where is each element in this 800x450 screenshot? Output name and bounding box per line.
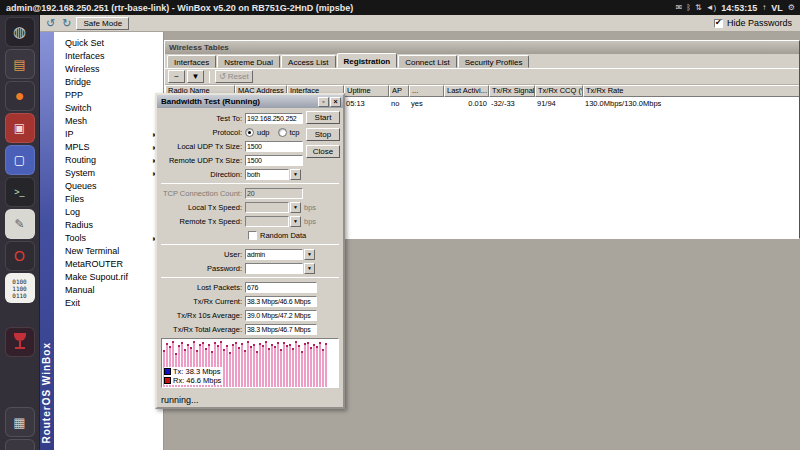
menu-item-files[interactable]: Files [54, 193, 163, 206]
menu-item-interfaces[interactable]: Interfaces [54, 50, 163, 63]
launcher-terminal[interactable]: >_ [5, 177, 35, 207]
menu-item-wireless[interactable]: Wireless [54, 63, 163, 76]
menu-item-quick-set[interactable]: Quick Set [54, 37, 163, 50]
hide-passwords-checkbox[interactable] [714, 19, 723, 28]
dialog-titlebar[interactable]: Bandwidth Test (Running) ▫ × [157, 95, 343, 108]
stop-button[interactable]: Stop [306, 128, 340, 141]
local-tx-speed-input[interactable] [245, 202, 289, 213]
network-traffic-icon[interactable]: ⇅ [695, 3, 702, 12]
launcher-binary-launcher[interactable]: 0100 1100 0110 [5, 273, 35, 303]
menu-item-queues[interactable]: Queues [54, 180, 163, 193]
launcher-wine-app[interactable] [5, 327, 35, 357]
wireless-tabs: InterfacesNstreme DualAccess ListRegistr… [165, 54, 799, 69]
wireless-tables-titlebar[interactable]: Wireless Tables [165, 41, 799, 54]
protocol-radio-tcp[interactable] [278, 128, 287, 137]
menu-item-routing[interactable]: Routing▸ [54, 154, 163, 167]
launcher-text-editor[interactable]: ✎ [5, 209, 35, 239]
clock[interactable]: 14:53:15 [721, 3, 757, 13]
local-tx-speed-dropdown-button[interactable]: ▼ [290, 202, 301, 213]
protocol-option-udp: udp [257, 128, 270, 137]
column-header-tx-rx-rate[interactable]: Tx/Rx Rate [583, 85, 799, 97]
remove-entry-button[interactable]: − [168, 70, 185, 83]
reset-button[interactable]: ↺Reset [215, 70, 253, 83]
tab-security-profiles[interactable]: Security Profiles [458, 55, 530, 68]
menu-item-new-terminal[interactable]: New Terminal [54, 245, 163, 258]
filter-button[interactable]: ▼ [187, 70, 204, 83]
local-udp-tx-size-label: Local UDP Tx Size: [159, 142, 245, 151]
safe-mode-button[interactable]: Safe Mode [76, 17, 129, 30]
launcher-file-manager[interactable]: ▤ [5, 49, 35, 79]
mail-icon[interactable]: ✉ [675, 3, 682, 12]
reset-icon: ↺ [219, 72, 226, 81]
local-udp-tx-size-input[interactable]: 1500 [245, 141, 303, 152]
tx-swatch-icon [164, 368, 171, 375]
close-button[interactable]: Close [306, 145, 340, 158]
user-input[interactable]: admin [245, 249, 303, 260]
column-header-last-activi[interactable]: Last Activi... [444, 85, 489, 97]
menu-item-ppp[interactable]: PPP [54, 89, 163, 102]
launcher-trash[interactable]: ▯ [5, 439, 35, 450]
tab-access-list[interactable]: Access List [281, 55, 335, 68]
launcher-screenshot-app[interactable]: ▢ [5, 145, 35, 175]
start-button[interactable]: Start [306, 111, 340, 124]
group-separator [161, 277, 339, 278]
menu-item-log[interactable]: Log [54, 206, 163, 219]
bluetooth-icon[interactable]: ᛒ [686, 3, 691, 12]
launcher-red-app[interactable]: ▣ [5, 113, 35, 143]
protocol-radio-udp[interactable] [245, 128, 254, 137]
column-header-uptime[interactable]: Uptime [344, 85, 389, 97]
password-dropdown-button[interactable]: ▼ [304, 263, 315, 274]
column-header-ap[interactable]: AP [389, 85, 409, 97]
menu-item-tools[interactable]: Tools▸ [54, 232, 163, 245]
remote-tx-speed-dropdown-button[interactable]: ▼ [290, 216, 301, 227]
opera-icon: O [14, 248, 25, 264]
test-to-input[interactable]: 192.168.250.252 [245, 113, 303, 124]
menu-item-switch[interactable]: Switch [54, 102, 163, 115]
menu-item-manual[interactable]: Manual [54, 284, 163, 297]
launcher-dash-home[interactable]: ◍ [5, 17, 35, 47]
launcher-firefox[interactable]: ● [5, 81, 35, 111]
tx-rx-current-label: Tx/Rx Current: [159, 297, 245, 306]
winbox-menu: Quick SetInterfacesWirelessBridgePPPSwit… [54, 32, 164, 450]
undo-icon[interactable]: ↺ [44, 18, 57, 29]
password-input[interactable] [245, 263, 303, 274]
volume-icon[interactable]: ◄) [706, 3, 717, 12]
menu-item-metarouter[interactable]: MetaROUTER [54, 258, 163, 271]
menu-item-system[interactable]: System▸ [54, 167, 163, 180]
system-menu-icon[interactable]: ⚙ [788, 3, 795, 12]
menu-item-mesh[interactable]: Mesh [54, 115, 163, 128]
column-header-tx-rx-ccq[interactable]: Tx/Rx CCQ (%) [535, 85, 583, 97]
tab-registration[interactable]: Registration [337, 53, 398, 68]
menu-item-make-supout-rif[interactable]: Make Supout.rif [54, 271, 163, 284]
remote-tx-speed-input[interactable] [245, 216, 289, 227]
menu-item-radius[interactable]: Radius [54, 219, 163, 232]
column-header-item[interactable]: ... [409, 85, 444, 97]
funnel-icon: ▼ [192, 72, 200, 81]
direction-select[interactable]: both [245, 169, 289, 180]
user-dropdown-button[interactable]: ▼ [304, 249, 315, 260]
menu-item-mpls[interactable]: MPLS▸ [54, 141, 163, 154]
random-data-checkbox[interactable] [248, 231, 257, 240]
text-editor-icon: ✎ [14, 217, 24, 231]
column-header-tx-rx-signal[interactable]: Tx/Rx Signal ... [489, 85, 535, 97]
direction-label: Direction: [159, 170, 245, 179]
remote-udp-tx-size-input[interactable]: 1500 [245, 155, 303, 166]
minimize-button[interactable]: ▫ [318, 97, 329, 107]
firefox-icon: ● [15, 87, 25, 105]
tab-nstreme-dual[interactable]: Nstreme Dual [217, 55, 280, 68]
window-title: admin@192.168.250.251 (rtr-base-link) - … [6, 3, 353, 13]
launcher-workspace-switcher[interactable]: ▦ [5, 407, 35, 437]
menu-item-exit[interactable]: Exit [54, 297, 163, 310]
redo-icon[interactable]: ↻ [60, 18, 73, 29]
tab-interfaces[interactable]: Interfaces [167, 55, 216, 68]
menu-item-bridge[interactable]: Bridge [54, 76, 163, 89]
direction-dropdown-button[interactable]: ▼ [290, 169, 301, 180]
tab-connect-list[interactable]: Connect List [398, 55, 456, 68]
launcher-opera[interactable]: O [5, 241, 35, 271]
menu-item-ip[interactable]: IP▸ [54, 128, 163, 141]
remote-tx-speed-label: Remote Tx Speed: [159, 217, 245, 226]
session-indicator[interactable]: VL [771, 3, 783, 13]
titlebar-close-button[interactable]: × [330, 97, 341, 107]
binary-icon: 0100 1100 0110 [12, 278, 26, 299]
test-to-label: Test To: [159, 114, 245, 123]
